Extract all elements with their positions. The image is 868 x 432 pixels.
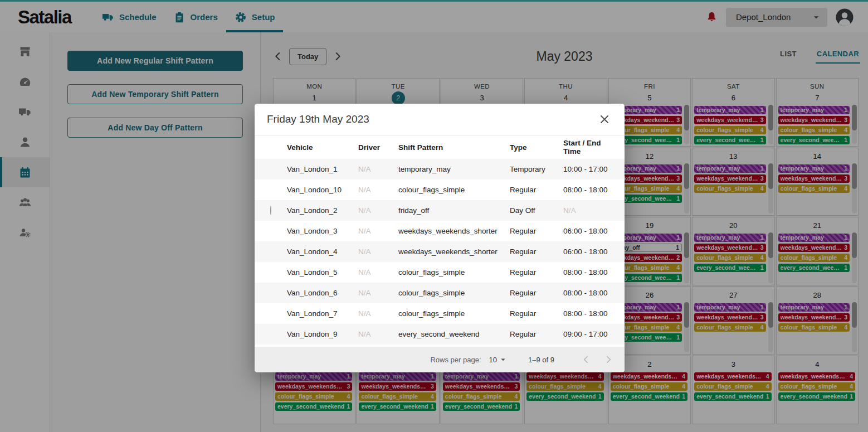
table-row[interactable]: Van_London_6N/Acolour_flags_simpleRegula… — [255, 283, 625, 303]
column-header-shift-pattern: Shift Pattern — [398, 143, 510, 152]
pagination-range: 1–9 of 9 — [528, 356, 554, 364]
driver-cell: N/A — [358, 186, 398, 194]
time-cell: N/A — [563, 206, 615, 215]
type-cell: Day Off — [510, 206, 563, 215]
driver-cell: N/A — [358, 227, 398, 235]
table-row[interactable]: Van_London_5N/Acolour_flags_simpleRegula… — [255, 262, 625, 283]
modal-table-footer: Rows per page: 10 1–9 of 9 — [255, 347, 625, 372]
vehicle-cell: Van_London_10 — [287, 186, 358, 194]
pagination-next-button[interactable] — [601, 352, 616, 367]
shift-pattern-cell: weekdays_weekends_shorter — [398, 227, 510, 235]
shift-pattern-cell: colour_flags_simple — [398, 309, 510, 318]
shift-pattern-cell: friday_off — [398, 206, 510, 215]
rows-per-page-value: 10 — [489, 356, 497, 364]
rows-per-page-label: Rows per page: — [430, 356, 481, 364]
time-cell: 08:00 - 18:00 — [563, 186, 615, 194]
type-cell: Regular — [510, 330, 563, 338]
type-cell: Temporary — [510, 165, 563, 173]
type-cell: Regular — [510, 186, 563, 194]
vehicle-cell: Van_London_9 — [287, 330, 358, 338]
driver-cell: N/A — [358, 309, 398, 318]
pagination-previous-button[interactable] — [579, 352, 593, 367]
shift-pattern-cell: weekdays_weekends_shorter — [398, 247, 510, 256]
driver-cell: N/A — [358, 268, 398, 276]
table-row[interactable]: Van_London_9N/Aevery_second_weekendRegul… — [255, 324, 625, 344]
time-cell: 06:00 - 18:00 — [563, 227, 615, 235]
driver-cell: N/A — [358, 247, 398, 256]
type-cell: Regular — [510, 268, 563, 276]
modal-header: Friday 19th May 2023 — [255, 104, 625, 135]
column-header-type: Type — [510, 143, 563, 152]
table-row[interactable]: Van_London_3N/Aweekdays_weekends_shorter… — [255, 221, 625, 241]
vehicle-cell: Van_London_6 — [287, 289, 358, 297]
close-icon[interactable] — [597, 111, 612, 127]
modal-table-body: Van_London_1N/Atemporary_mayTemporary10:… — [255, 159, 625, 344]
column-header-start-end-time: Start / End Time — [563, 139, 615, 156]
shift-pattern-cell: colour_flags_simple — [398, 268, 510, 276]
type-cell: Regular — [510, 227, 563, 235]
table-row[interactable]: Van_London_7N/Acolour_flags_simpleRegula… — [255, 303, 625, 324]
time-cell: 09:00 - 17:00 — [563, 330, 615, 338]
driver-cell: N/A — [358, 330, 398, 338]
vehicle-cell: Van_London_2 — [287, 206, 358, 215]
modal-title: Friday 19th May 2023 — [267, 113, 369, 125]
modal-table-header: VehicleDriverShift PatternTypeStart / En… — [255, 135, 625, 159]
time-cell: 08:00 - 18:00 — [563, 289, 615, 297]
column-header-driver: Driver — [358, 143, 398, 152]
vehicle-cell: Van_London_4 — [287, 247, 358, 256]
shift-color-dot — [270, 206, 271, 215]
vehicle-cell: Van_London_3 — [287, 227, 358, 235]
shift-pattern-cell: temporary_may — [398, 165, 510, 173]
day-detail-modal: Friday 19th May 2023 VehicleDriverShift … — [255, 104, 625, 372]
shift-pattern-cell: colour_flags_simple — [398, 289, 510, 297]
vehicle-cell: Van_London_5 — [287, 268, 358, 276]
time-cell: 06:00 - 18:00 — [563, 247, 615, 256]
row-color-dot-cell — [270, 206, 271, 215]
type-cell: Regular — [510, 247, 563, 256]
table-row[interactable]: Van_London_2N/Afriday_offDay OffN/A — [255, 200, 625, 221]
table-row[interactable]: Van_London_4N/Aweekdays_weekends_shorter… — [255, 241, 625, 262]
driver-cell: N/A — [358, 165, 398, 173]
type-cell: Regular — [510, 309, 563, 318]
rows-per-page-select[interactable]: 10 — [489, 355, 508, 365]
time-cell: 10:00 - 17:00 — [563, 165, 615, 173]
shift-pattern-cell: colour_flags_simple — [398, 186, 510, 194]
vehicle-cell: Van_London_7 — [287, 309, 358, 318]
vehicle-cell: Van_London_1 — [287, 165, 358, 173]
chevron-down-icon — [498, 355, 508, 365]
column-header-vehicle: Vehicle — [287, 143, 358, 152]
driver-cell: N/A — [358, 206, 398, 215]
time-cell: 08:00 - 18:00 — [563, 268, 615, 276]
table-row[interactable]: Van_London_1N/Atemporary_mayTemporary10:… — [255, 159, 625, 179]
driver-cell: N/A — [358, 289, 398, 297]
type-cell: Regular — [510, 289, 563, 297]
shift-pattern-cell: every_second_weekend — [398, 330, 510, 338]
table-row[interactable]: Van_London_10N/Acolour_flags_simpleRegul… — [255, 179, 625, 200]
time-cell: 08:00 - 18:00 — [563, 309, 615, 318]
